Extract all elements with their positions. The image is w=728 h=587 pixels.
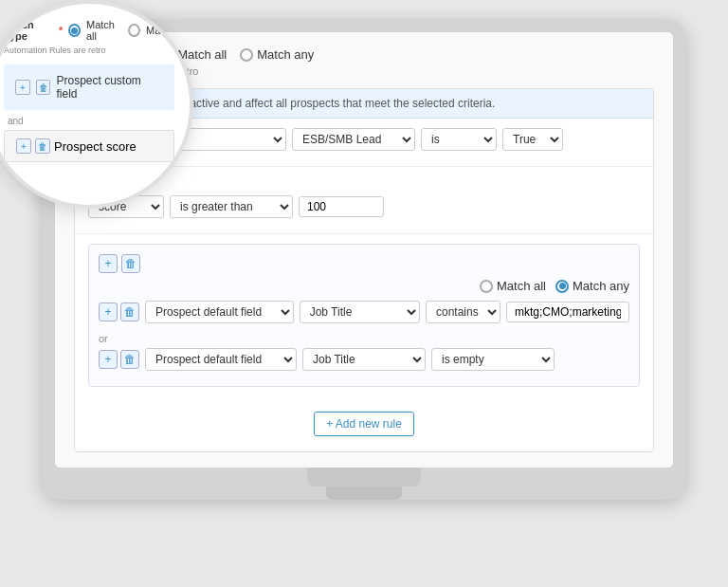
sub-rule-row-1: + 🗑 Prospect default field Prospect cust… [99, 301, 629, 323]
sub-group: + 🗑 Match all Match [88, 244, 640, 387]
sub-group-header: Match all Match any [99, 279, 629, 293]
mag-row2-label: Prospect score [54, 139, 136, 154]
sub-add-rule-1[interactable]: + [99, 303, 118, 321]
sub-condition-1[interactable]: contains is is empty [426, 301, 500, 323]
monitor-base [307, 468, 421, 486]
sub-add-btn[interactable]: + [99, 254, 118, 273]
sub-operator-1[interactable]: Job Title [300, 301, 420, 323]
sub-delete-rule-2[interactable]: 🗑 [120, 350, 139, 369]
sub-radio-any[interactable]: Match any [555, 279, 629, 293]
sub-match-group: Match all Match any [480, 279, 629, 293]
radio-match-any[interactable]: Match any [240, 47, 314, 62]
mag-radio-all[interactable] [68, 24, 81, 37]
sub-trash-btn[interactable]: 🗑 [121, 254, 140, 273]
operator-select-1[interactable]: ESB/SMB Lead Job Title [292, 128, 415, 151]
condition-select-2[interactable]: is greater than is less than is [170, 195, 293, 218]
sub-connector-or: or [99, 329, 629, 348]
mag-note: Automation Rules are retro [4, 46, 174, 55]
rule-row-2: score is greater than is less than is [88, 195, 640, 218]
mag-radio-any[interactable] [128, 24, 140, 37]
mag-required: * [59, 25, 63, 36]
sub-group-actions: + 🗑 [99, 254, 629, 273]
sub-radio-all-circle[interactable] [480, 280, 493, 293]
add-rule-container: + Add new rule [75, 396, 653, 451]
mag-row1-label: Prospect custom field [56, 74, 163, 101]
sub-radio-any-circle[interactable] [555, 280, 569, 293]
sub-condition-2[interactable]: is empty contains is [431, 348, 555, 371]
connector-and: and [88, 176, 640, 195]
sub-field-1[interactable]: Prospect default field Prospect custom f… [145, 301, 294, 323]
sub-rule-actions-2: + 🗑 [99, 350, 139, 369]
mag-trash-btn-2[interactable]: 🗑 [35, 138, 50, 154]
sub-delete-rule-1[interactable]: 🗑 [120, 303, 139, 321]
mag-add-btn[interactable]: + [15, 80, 30, 95]
sub-field-2[interactable]: Prospect default field Prospect custom f… [145, 348, 297, 371]
value-select-1[interactable]: True False [502, 128, 563, 151]
mag-trash-btn[interactable]: 🗑 [36, 80, 51, 95]
condition-select-1[interactable]: is contains is empty [421, 128, 497, 151]
sub-operator-2[interactable]: Job Title [302, 348, 426, 371]
mag-radio-any-label: Match [146, 25, 174, 36]
sub-rule-row-2: + 🗑 Prospect default field Prospect cust… [99, 348, 629, 371]
radio-any-circle[interactable] [240, 48, 253, 62]
sub-value-1[interactable] [506, 302, 629, 322]
mag-match-type-label: Match Type [4, 19, 53, 42]
mag-prospect-score-row: + 🗑 Prospect score [4, 130, 174, 162]
mag-prospect-custom-field-row: + 🗑 Prospect custom field [4, 64, 174, 110]
value-input-2[interactable] [299, 196, 384, 217]
monitor-stand [326, 486, 402, 500]
mag-and-connector: and [4, 116, 174, 126]
mag-radio-all-label: Match all [86, 19, 122, 42]
monitor: Match Type * Match all Match Automation … [42, 19, 686, 500]
sub-radio-all[interactable]: Match all [480, 279, 546, 293]
add-new-rule-button[interactable]: + Add new rule [314, 412, 414, 436]
panel-subheader: are retroactive and affect all prospects… [147, 97, 495, 110]
sub-add-rule-2[interactable]: + [99, 350, 118, 369]
mag-add-btn-2[interactable]: + [16, 138, 31, 154]
sub-rule-actions-1: + 🗑 [99, 303, 139, 321]
monitor-bottom [55, 468, 673, 500]
